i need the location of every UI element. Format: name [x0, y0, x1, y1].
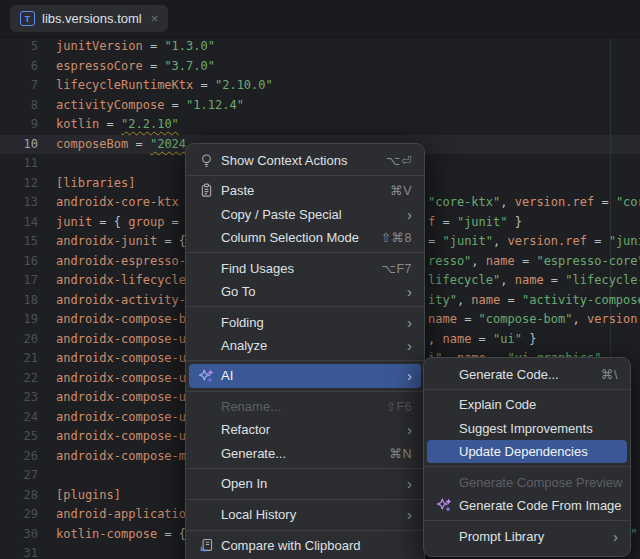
submenu-arrow-icon: ›: [407, 315, 412, 330]
icon-placeholder: [198, 260, 214, 276]
code-token: name: [471, 293, 500, 307]
submenu-arrow-icon: ›: [407, 476, 412, 491]
line-number: 24: [0, 408, 38, 428]
line-number: 6: [0, 57, 38, 77]
code-token: ,: [471, 254, 485, 268]
code-token: }: [522, 332, 536, 346]
code-token: androidx-compose-u: [56, 371, 186, 385]
line-number: 29: [0, 505, 38, 525]
menu-item-show-context-actions[interactable]: Show Context Actions⌥⏎: [186, 149, 424, 172]
code-text: junitVersion = "1.3.0": [56, 37, 215, 57]
menu-separator: [424, 520, 630, 521]
menu-item-refactor[interactable]: Refactor›: [186, 418, 424, 441]
menu-item-explain-code[interactable]: Explain Code: [424, 393, 630, 416]
code-token: "core: [616, 195, 640, 209]
menu-item-paste[interactable]: Paste⌘V: [186, 179, 424, 202]
code-token: "1.3.0": [164, 39, 215, 53]
line-number: 23: [0, 388, 38, 408]
menu-item-generate-compose-preview: Generate Compose Preview: [424, 470, 630, 493]
menu-item-folding[interactable]: Folding›: [186, 310, 424, 333]
menu-item-label: Explain Code: [459, 397, 536, 412]
menu-item-label: Show Context Actions: [221, 153, 347, 168]
menu-item-ai[interactable]: AI›: [189, 364, 421, 387]
submenu-arrow-icon: ›: [407, 422, 412, 437]
menu-item-analyze[interactable]: Analyze›: [186, 334, 424, 357]
line-number: 18: [0, 291, 38, 311]
code-line-8[interactable]: 8activityCompose = "1.12.4": [0, 96, 640, 116]
menu-item-column-selection-mode[interactable]: Column Selection Mode⇧⌘8: [186, 226, 424, 249]
code-text: androidx-compose-u: [56, 388, 186, 408]
menu-item-label: Open In: [221, 476, 267, 491]
menu-item-find-usages[interactable]: Find Usages⌥F7: [186, 256, 424, 279]
submenu-arrow-icon: ›: [407, 338, 412, 353]
code-line-9[interactable]: 9kotlin = "2.2.10": [0, 115, 640, 135]
code-token: androidx-activity-: [56, 293, 186, 307]
code-line-5[interactable]: 5junitVersion = "1.3.0": [0, 37, 640, 57]
code-token: androidx-core-ktx: [56, 195, 179, 209]
toml-file-icon: T: [20, 11, 35, 26]
code-token: =: [587, 234, 609, 248]
code-token: name: [486, 254, 515, 268]
line-number: 27: [0, 466, 38, 486]
code-token: ,: [493, 234, 507, 248]
code-text: androidx-compose-u: [56, 427, 186, 447]
code-token: "ui": [493, 332, 522, 346]
close-icon[interactable]: ×: [151, 11, 159, 26]
code-token: "3.7.0": [164, 59, 215, 73]
menu-item-generate-code[interactable]: Generate Code...⌘\: [424, 363, 630, 386]
code-token: [libraries]: [56, 176, 135, 190]
menu-item-compare-with-clipboard[interactable]: Compare with Clipboard: [186, 534, 424, 557]
line-number: 30: [0, 525, 38, 545]
line-number: 22: [0, 369, 38, 389]
code-text: espressoCore = "3.7.0": [56, 57, 215, 77]
code-line-6[interactable]: 6espressoCore = "3.7.0": [0, 57, 640, 77]
menu-item-suggest-improvements[interactable]: Suggest Improvements: [424, 416, 630, 439]
menu-separator: [424, 389, 630, 390]
code-token: "lifecycle-ru: [565, 273, 640, 287]
code-token: =: [143, 59, 165, 73]
code-token: group: [128, 215, 164, 229]
menu-item-local-history[interactable]: Local History›: [186, 503, 424, 526]
menu-item-label: Suggest Improvements: [459, 421, 593, 436]
menu-item-prompt-library[interactable]: Prompt Library›: [424, 524, 630, 547]
menu-item-label: Analyze: [221, 338, 267, 353]
menu-separator: [186, 530, 424, 531]
code-text-right: , name = "ui" }: [428, 330, 536, 350]
icon-placeholder: [436, 366, 452, 382]
code-text: kotlin-compose = {: [56, 525, 186, 545]
code-token: android-applicatio: [56, 507, 186, 521]
icon-placeholder: [198, 476, 214, 492]
code-text: androidx-junit = {: [56, 232, 186, 252]
code-token: androidx-compose-u: [56, 429, 186, 443]
line-number: 14: [0, 213, 38, 233]
menu-item-generate[interactable]: Generate...⌘N: [186, 442, 424, 465]
line-number: 13: [0, 193, 38, 213]
code-token: =: [500, 293, 522, 307]
tab-libs-versions-toml[interactable]: T libs.versions.toml ×: [10, 5, 168, 32]
menu-item-label: Generate Compose Preview: [459, 475, 622, 490]
icon-placeholder: [198, 422, 214, 438]
ai-sparkle-purple-icon: [436, 497, 452, 513]
code-token: ,: [457, 293, 471, 307]
code-text: androidx-compose-b: [56, 310, 186, 330]
code-line-7[interactable]: 7lifecycleRuntimeKtx = "2.10.0": [0, 76, 640, 96]
line-number: 20: [0, 330, 38, 350]
icon-placeholder: [198, 507, 214, 523]
menu-item-copy-paste-special[interactable]: Copy / Paste Special›: [186, 202, 424, 225]
code-token: =: [428, 234, 442, 248]
lightbulb-icon: [198, 152, 214, 168]
menu-item-go-to[interactable]: Go To›: [186, 280, 424, 303]
submenu-arrow-icon: ›: [407, 368, 412, 383]
compare-clipboard-icon: [198, 537, 214, 553]
code-token: = {: [157, 527, 186, 541]
menu-item-label: Find Usages: [221, 261, 294, 276]
menu-item-update-dependencies[interactable]: Update Dependencies: [427, 440, 627, 463]
line-number: 16: [0, 252, 38, 272]
line-number: 9: [0, 115, 38, 135]
code-text: androidx-compose-u: [56, 408, 186, 428]
ide-window: { "tab": { "title": "libs.versions.toml"…: [0, 0, 640, 559]
code-token: =: [515, 254, 537, 268]
code-token: androidx-lifecycle: [56, 273, 186, 287]
menu-item-open-in[interactable]: Open In›: [186, 472, 424, 495]
menu-item-generate-code-from-image[interactable]: Generate Code From Image: [424, 494, 630, 517]
